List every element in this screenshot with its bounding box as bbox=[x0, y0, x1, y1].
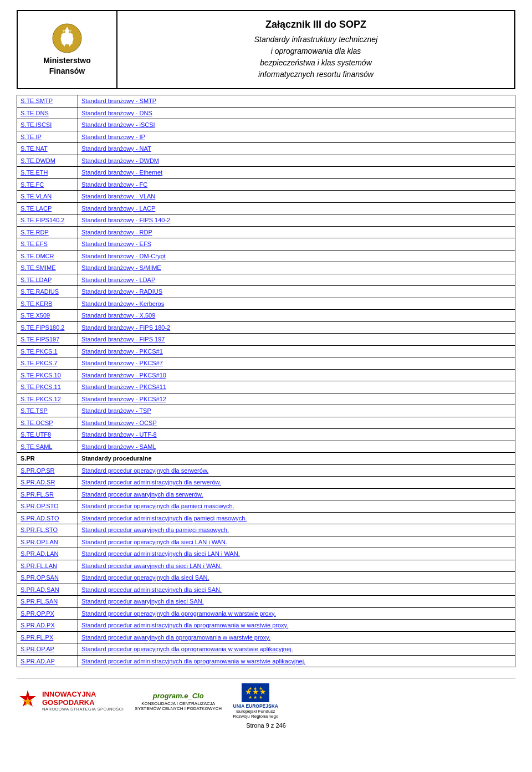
row-code[interactable]: S.TE.X509 bbox=[17, 310, 78, 322]
row-desc: Standard procedur operacyjnych dla oprog… bbox=[78, 643, 515, 656]
table-row: S.TE.UTF8 Standard branżowy - UTF-8 bbox=[17, 429, 515, 441]
row-desc: Standard branżowy - PKCS#1 bbox=[78, 345, 515, 357]
row-code[interactable]: S.TE.DWDM bbox=[17, 155, 78, 167]
row-desc: Standard branżowy - PKCS#12 bbox=[78, 393, 515, 405]
row-code[interactable]: S.PR.AD.SR bbox=[17, 477, 78, 489]
table-row: S.TE.FIPS180.2 Standard branżowy - FIPS … bbox=[17, 321, 515, 334]
row-code[interactable]: S.PR.AD.AP bbox=[17, 655, 78, 667]
row-code[interactable]: S.PR.OP.SR bbox=[17, 464, 78, 477]
table-row: S.PR.AD.SAN Standard procedur administra… bbox=[17, 584, 515, 596]
table-row: S.TE.VLAN Standard branżowy - VLAN bbox=[17, 191, 515, 203]
row-desc: Standard procedur administracyjnych dla … bbox=[78, 548, 515, 560]
row-code[interactable]: S.PR.OP.LAN bbox=[17, 536, 78, 548]
row-code[interactable]: S.PR.FL.SAN bbox=[17, 596, 78, 608]
row-desc: Standard branżowy - NAT bbox=[78, 143, 515, 155]
table-row: S.PR.AD.AP Standard procedur administrac… bbox=[17, 655, 515, 667]
row-code[interactable]: S.TE.LACP bbox=[17, 202, 78, 214]
row-code[interactable]: S.TE.KERB bbox=[17, 298, 78, 310]
row-code[interactable]: S.TE.SAML bbox=[17, 441, 78, 453]
row-code[interactable]: S.TE.SMTP bbox=[17, 95, 78, 108]
row-code[interactable]: S.TE.VLAN bbox=[17, 191, 78, 203]
row-code[interactable]: S.PR.OP.STO bbox=[17, 500, 78, 513]
row-code[interactable]: S.TE.EFS bbox=[17, 238, 78, 250]
table-row: S.PR.AD.LAN Standard procedur administra… bbox=[17, 548, 515, 560]
table-row: S.TE.SMTP Standard branżowy - SMTP bbox=[17, 95, 515, 108]
row-code[interactable]: S.TE.DMCR bbox=[17, 250, 78, 262]
row-code[interactable]: S.PR.AD.LAN bbox=[17, 548, 78, 560]
row-desc: Standard branżowy - SMTP bbox=[78, 95, 515, 108]
row-code[interactable]: S.PR.AD.SAN bbox=[17, 584, 78, 596]
row-code[interactable]: S.PR.OP.SAN bbox=[17, 572, 78, 584]
row-code[interactable]: S.TE.PKCS.1 bbox=[17, 345, 78, 357]
page-number: Strona 9 z 246 bbox=[0, 722, 532, 734]
row-code[interactable]: S.PR.AD.STO bbox=[17, 512, 78, 524]
row-code[interactable]: S.PR bbox=[17, 453, 78, 465]
row-code[interactable]: S.TE.PKCS.10 bbox=[17, 369, 78, 381]
polish-eagle-icon bbox=[52, 23, 82, 53]
row-code[interactable]: S.TE.LDAP bbox=[17, 274, 78, 286]
row-code[interactable]: S.TE.FIPS180.2 bbox=[17, 321, 78, 334]
row-code[interactable]: S.TE.ISCSI bbox=[17, 119, 78, 131]
row-code[interactable]: S.PR.FL.PX bbox=[17, 631, 78, 643]
row-desc: Standard procedur operacyjnych dla sieci… bbox=[78, 536, 515, 548]
row-code[interactable]: S.PR.OP.PX bbox=[17, 607, 78, 620]
row-code[interactable]: S.TE.FIPS197 bbox=[17, 334, 78, 346]
table-row: S.PR.FL.STO Standard procedur awaryjnych… bbox=[17, 524, 515, 536]
row-desc: Standard branżowy - iSCSI bbox=[78, 119, 515, 131]
row-code[interactable]: S.TE.NAT bbox=[17, 143, 78, 155]
row-code[interactable]: S.PR.FL.SR bbox=[17, 488, 78, 500]
table-row: S.PR Standardy proceduralne bbox=[17, 453, 515, 465]
row-code[interactable]: S.TE.FC bbox=[17, 178, 78, 191]
row-code[interactable]: S.TE.PKCS.12 bbox=[17, 393, 78, 405]
table-row: S.PR.OP.SR Standard procedur operacyjnyc… bbox=[17, 464, 515, 477]
row-desc: Standard procedur administracyjnych dla … bbox=[78, 584, 515, 596]
row-code[interactable]: S.PR.FL.STO bbox=[17, 524, 78, 536]
table-row: S.TE.EFS Standard branżowy - EFS bbox=[17, 238, 515, 250]
table-row: S.TE.ETH Standard branżowy - Ethernet bbox=[17, 167, 515, 179]
row-code[interactable]: S.TE.PKCS.7 bbox=[17, 357, 78, 370]
table-row: S.PR.OP.AP Standard procedur operacyjnyc… bbox=[17, 643, 515, 656]
table-row: S.PR.OP.STO Standard procedur operacyjny… bbox=[17, 500, 515, 513]
row-code[interactable]: S.TE.TSP bbox=[17, 405, 78, 417]
eu-flag-icon: ★★★ ★ ★ ★ ★ ★ ★ bbox=[242, 683, 269, 702]
row-desc: Standard procedur operacyjnych dla serwe… bbox=[78, 464, 515, 477]
table-row: S.TE.IP Standard branżowy - IP bbox=[17, 131, 515, 143]
row-desc: Standard procedur administracyjnych dla … bbox=[78, 477, 515, 489]
eu-text1: UNIA EUROPEJSKA bbox=[233, 703, 278, 709]
row-code[interactable]: S.TE.RADIUS bbox=[17, 286, 78, 298]
svg-point-5 bbox=[69, 31, 71, 33]
footer-program: program.e_Clo KONSOLIDACJA I CENTRALIZAC… bbox=[135, 692, 222, 711]
header-content: Załącznik III do SOPZ Standardy infrastr… bbox=[117, 11, 514, 88]
table-row: S.TE.OCSP Standard branżowy - OCSP bbox=[17, 417, 515, 429]
row-desc: Standard procedur administracyjnych dla … bbox=[78, 655, 515, 667]
svg-text:★ ★ ★: ★ ★ ★ bbox=[249, 695, 263, 700]
table-row: S.TE.DWDM Standard branżowy - DWDM bbox=[17, 155, 515, 167]
row-desc: Standard procedur awaryjnych dla sieci L… bbox=[78, 560, 515, 572]
row-code[interactable]: S.PR.FL.LAN bbox=[17, 560, 78, 572]
row-desc: Standardy proceduralne bbox=[78, 453, 515, 465]
svg-point-3 bbox=[63, 29, 71, 39]
header-logo: Ministerstwo Finansów bbox=[18, 11, 117, 88]
row-code[interactable]: S.TE.UTF8 bbox=[17, 429, 78, 441]
row-code[interactable]: S.TE.PKCS.11 bbox=[17, 381, 78, 393]
row-code[interactable]: S.TE.FIPS140.2 bbox=[17, 214, 78, 227]
row-code[interactable]: S.TE.OCSP bbox=[17, 417, 78, 429]
row-code[interactable]: S.TE.IP bbox=[17, 131, 78, 143]
row-code[interactable]: S.PR.OP.AP bbox=[17, 643, 78, 656]
row-desc: Standard branżowy - VLAN bbox=[78, 191, 515, 203]
innowacyjna-text3: NARODOWA STRATEGIA SPÓJNOŚCI bbox=[42, 707, 124, 712]
row-code[interactable]: S.TE.RDP bbox=[17, 226, 78, 238]
table-row: S.TE.PKCS.1 Standard branżowy - PKCS#1 bbox=[17, 345, 515, 357]
table-row: S.TE.TSP Standard branżowy - TSP bbox=[17, 405, 515, 417]
row-desc: Standard branżowy - SAML bbox=[78, 441, 515, 453]
row-code[interactable]: S.TE.SMIME bbox=[17, 262, 78, 274]
footer: INNOWACYJNA GOSPODARKA NARODOWA STRATEGI… bbox=[17, 678, 515, 719]
row-code[interactable]: S.TE.ETH bbox=[17, 167, 78, 179]
row-code[interactable]: S.TE.DNS bbox=[17, 107, 78, 119]
row-code[interactable]: S.PR.AD.PX bbox=[17, 620, 78, 632]
row-desc: Standard branżowy - EFS bbox=[78, 238, 515, 250]
row-desc: Standard procedur administracyjnych dla … bbox=[78, 620, 515, 632]
table-row: S.PR.FL.SAN Standard procedur awaryjnych… bbox=[17, 596, 515, 608]
svg-rect-6 bbox=[65, 44, 69, 47]
table-row: S.PR.OP.PX Standard procedur operacyjnyc… bbox=[17, 607, 515, 620]
